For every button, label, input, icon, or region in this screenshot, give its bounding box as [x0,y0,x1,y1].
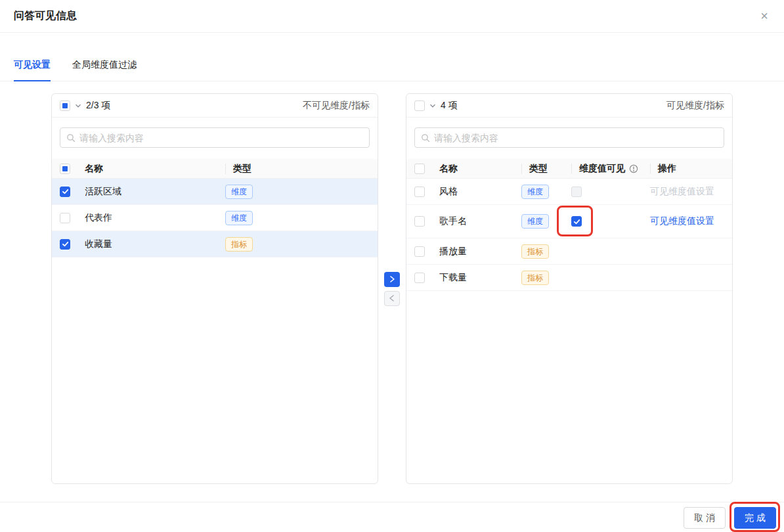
column-header-action: 操作 [658,163,676,175]
panel-title: 可见维度/指标 [666,100,724,112]
row-name: 风格 [439,186,521,198]
dialog-footer: 取 消 完 成 [0,502,784,532]
type-tag: 维度 [225,185,253,199]
confirm-button[interactable]: 完 成 [734,507,776,529]
select-all-checkbox[interactable] [414,100,425,111]
table-row[interactable]: 播放量 指标 [406,238,732,265]
left-panel-invisible: 2/3 项 不可见维度/指标 名称 类型 活跃区域 维度 代表作 维度 [51,93,378,484]
header-checkbox[interactable] [60,164,70,174]
right-panel-header: 4 项 可见维度/指标 [406,94,732,118]
left-panel-header: 2/3 项 不可见维度/指标 [52,94,378,118]
info-circle-icon[interactable] [629,164,638,173]
divider [571,164,572,174]
tab-global-dimension-filter[interactable]: 全局维度值过滤 [72,49,137,81]
right-search-box [414,127,724,148]
dialog-title: 问答可见信息 [14,9,77,23]
panel-title: 不可见维度/指标 [303,100,370,112]
row-checkbox[interactable] [414,187,425,197]
divider [521,164,522,174]
column-header-type: 类型 [529,163,548,175]
row-name: 播放量 [439,246,521,257]
column-header-type: 类型 [233,163,251,175]
table-row[interactable]: 收藏量 指标 [52,231,378,257]
dim-value-settings-link[interactable]: 可见维度值设置 [650,215,714,227]
transfer-controls [378,93,406,484]
chevron-down-icon[interactable] [74,102,82,110]
row-name: 收藏量 [85,238,225,250]
row-checkbox[interactable] [60,187,70,197]
type-tag: 指标 [225,237,253,252]
type-tag: 指标 [521,271,549,285]
header-checkbox[interactable] [414,164,425,174]
dim-value-visible-checkbox[interactable] [571,216,582,227]
chevron-right-icon [387,275,397,284]
row-name: 活跃区域 [85,186,225,198]
table-row[interactable]: 歌手名 维度 可见维度值设置 [406,205,732,238]
row-name: 歌手名 [439,215,521,227]
move-right-button[interactable] [384,272,400,287]
item-count: 4 项 [441,100,458,112]
select-all-checkbox[interactable] [60,100,70,111]
dialog-header: 问答可见信息 × [0,0,784,33]
divider [650,164,651,174]
transfer-body: 2/3 项 不可见维度/指标 名称 类型 活跃区域 维度 代表作 维度 [51,93,733,484]
type-tag: 维度 [521,185,549,199]
chevron-down-icon[interactable] [429,102,437,110]
selected-count: 2/3 项 [86,100,110,112]
row-checkbox[interactable] [414,216,425,227]
right-table-header: 名称 类型 维度值可见 操作 [406,159,732,179]
close-icon[interactable]: × [755,7,773,25]
search-input[interactable] [79,133,363,143]
cancel-button[interactable]: 取 消 [684,507,726,529]
chevron-left-icon [387,294,397,303]
dim-value-visible-checkbox[interactable] [571,187,582,197]
dim-value-settings-link: 可见维度值设置 [650,186,714,198]
type-tag: 维度 [521,214,549,229]
left-table-header: 名称 类型 [52,159,378,179]
tab-bar: 可见设置 全局维度值过滤 [0,49,784,81]
move-left-button[interactable] [384,291,400,306]
type-tag: 指标 [521,244,549,259]
row-checkbox[interactable] [414,273,425,283]
left-search-box [60,127,370,148]
row-name: 代表作 [85,212,225,224]
row-checkbox[interactable] [60,239,70,250]
divider [225,164,226,174]
column-header-dim-value-visible: 维度值可见 [579,163,625,175]
search-icon [66,133,76,143]
search-input[interactable] [434,133,718,143]
table-row[interactable]: 下载量 指标 [406,265,732,291]
row-checkbox[interactable] [60,213,70,223]
row-name: 下载量 [439,272,521,284]
row-checkbox[interactable] [414,246,425,257]
tab-visible-settings[interactable]: 可见设置 [14,49,51,81]
column-header-name: 名称 [439,163,521,175]
table-row[interactable]: 风格 维度 可见维度值设置 [406,179,732,205]
type-tag: 维度 [225,211,253,225]
right-panel-visible: 4 项 可见维度/指标 名称 类型 维度值可见 操作 风格 [406,93,733,484]
search-icon [421,133,430,143]
table-row[interactable]: 活跃区域 维度 [52,179,378,205]
table-row[interactable]: 代表作 维度 [52,205,378,231]
column-header-name: 名称 [85,163,225,175]
